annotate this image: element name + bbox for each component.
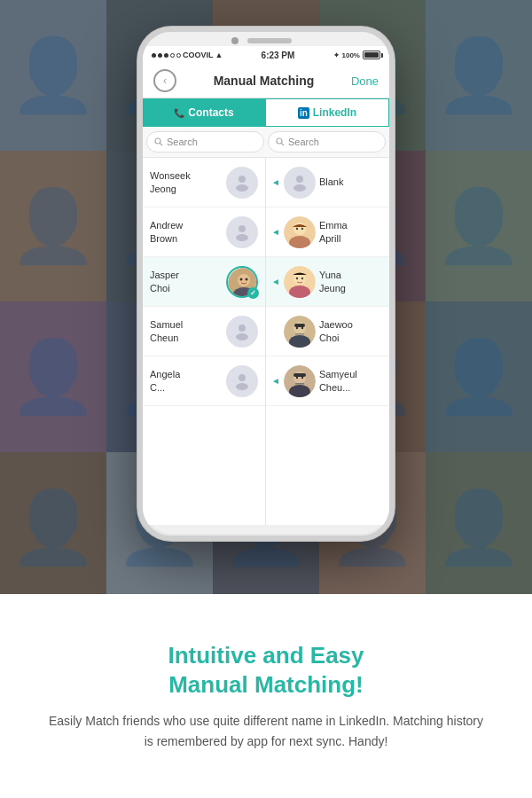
li-name-blank: Blank (319, 176, 344, 188)
svg-point-13 (239, 325, 246, 332)
avatar-angela (226, 365, 258, 397)
search-icon-right (276, 137, 285, 146)
svg-point-11 (240, 278, 243, 280)
contacts-search-box[interactable]: Search (146, 131, 264, 153)
avatar-samuel (226, 316, 258, 348)
search-row: Search Search (143, 127, 389, 158)
tab-contacts[interactable]: 📞 Contacts (143, 98, 265, 127)
li-row-yuna[interactable]: ◄ YunaJeung (266, 257, 389, 307)
contacts-search-placeholder: Search (167, 137, 198, 147)
battery-icon (363, 51, 380, 59)
contacts-column: WonseekJeong AndrewBrown Jasper Choi (143, 158, 266, 525)
contact-row-angela[interactable]: AngelaC... (143, 356, 265, 406)
svg-rect-32 (294, 324, 305, 327)
phone-frame: COOVIL ▲ 6:23 PM ✦ 100% ‹ Manual Matchin… (137, 27, 395, 541)
svg-point-41 (301, 376, 303, 378)
tab-contacts-label: Contacts (188, 106, 233, 119)
phone-top (143, 32, 389, 46)
avatar-jasper-wrapper: ✓ (226, 266, 258, 298)
avatar-samyeul (284, 365, 316, 397)
svg-line-1 (160, 144, 163, 146)
carrier-label: COOVIL (183, 51, 214, 59)
svg-point-7 (236, 234, 248, 241)
contact-row-wonseek[interactable]: WonseekJeong (143, 158, 265, 207)
svg-point-4 (239, 176, 246, 183)
marketing-subtext: Easily Match friends who use quite diffe… (44, 711, 488, 751)
wifi-icon: ▲ (215, 51, 223, 59)
li-row-blank[interactable]: ◄ Blank (266, 158, 389, 207)
nav-title: Manual Matching (214, 74, 315, 88)
contact-row-andrew[interactable]: AndrewBrown (143, 207, 265, 257)
marketing-headline: Intuitive and EasyManual Matching! (168, 641, 364, 699)
status-left: COOVIL ▲ (152, 51, 223, 59)
contact-name-wonseek: WonseekJeong (150, 169, 191, 195)
svg-line-3 (282, 144, 285, 146)
svg-point-23 (301, 227, 303, 229)
svg-point-15 (239, 374, 246, 381)
svg-point-33 (296, 326, 298, 328)
linkedin-icon: in (298, 107, 309, 119)
avatar-blank (284, 167, 316, 199)
li-row-emma[interactable]: ◄ EmmaAprill (266, 207, 389, 257)
contact-row-jasper[interactable]: Jasper Choi (143, 257, 265, 307)
signal-dots (152, 53, 181, 58)
selected-checkmark: ✓ (247, 287, 259, 299)
avatar-wonseek (226, 167, 258, 199)
search-icon-left (154, 137, 163, 146)
contact-name-samuel: SamuelCheun (150, 318, 183, 344)
svg-rect-42 (295, 383, 304, 385)
svg-point-34 (301, 326, 303, 328)
avatar-jaewoo (284, 316, 316, 348)
svg-point-16 (236, 383, 248, 390)
back-button[interactable]: ‹ (153, 69, 176, 92)
status-right: ✦ 100% (333, 51, 380, 59)
tab-linkedin[interactable]: in LinkedIn (265, 98, 389, 127)
svg-point-5 (236, 184, 248, 192)
svg-rect-39 (293, 373, 306, 377)
contact-row-samuel[interactable]: SamuelCheun (143, 307, 265, 356)
match-arrow-yuna: ◄ (271, 277, 280, 286)
linkedin-column: ◄ Blank ◄ (266, 158, 389, 525)
svg-point-17 (296, 176, 303, 183)
li-row-samyeul[interactable]: ◄ SamyeulCheu (266, 356, 389, 406)
done-button[interactable]: Done (351, 74, 379, 88)
svg-point-14 (236, 333, 248, 340)
phone-camera (231, 37, 239, 44)
svg-point-18 (293, 184, 306, 192)
content-area: WonseekJeong AndrewBrown Jasper Choi (143, 158, 389, 525)
phone-mockup: COOVIL ▲ 6:23 PM ✦ 100% ‹ Manual Matchin… (137, 27, 395, 541)
li-name-jaewoo: JaewooChoi (319, 318, 353, 344)
phone-speaker (247, 38, 292, 43)
match-arrow-samyeul: ◄ (271, 376, 280, 386)
contact-name-angela: AngelaC... (150, 368, 180, 394)
avatar-emma (284, 216, 316, 248)
svg-point-12 (246, 278, 248, 280)
li-name-samyeul: SamyeulCheu... (319, 368, 357, 394)
svg-rect-35 (295, 333, 304, 335)
linkedin-search-box[interactable]: Search (268, 131, 386, 153)
tab-bar: 📞 Contacts in LinkedIn (143, 98, 389, 127)
bluetooth-icon: ✦ (333, 51, 340, 59)
match-arrow-emma: ◄ (271, 227, 280, 237)
li-row-jaewoo[interactable]: ◄ JaewooChoi (266, 307, 389, 356)
svg-point-6 (239, 225, 246, 232)
contacts-phone-icon: 📞 (174, 108, 184, 118)
marketing-section: Intuitive and EasyManual Matching! Easil… (0, 594, 532, 798)
svg-point-28 (301, 277, 303, 278)
contact-name-jasper: Jasper Choi (150, 269, 179, 294)
contact-name-andrew: AndrewBrown (150, 219, 183, 245)
match-arrow-blank: ◄ (271, 177, 280, 187)
avatar-yuna (284, 266, 316, 298)
phone-screen: COOVIL ▲ 6:23 PM ✦ 100% ‹ Manual Matchin… (143, 46, 389, 525)
linkedin-search-placeholder: Search (288, 137, 319, 147)
avatar-andrew (226, 216, 258, 248)
svg-point-40 (296, 376, 298, 378)
nav-bar: ‹ Manual Matching Done (143, 64, 389, 98)
svg-point-9 (238, 274, 250, 286)
svg-point-22 (296, 227, 298, 229)
svg-point-0 (155, 138, 160, 144)
li-name-yuna: YunaJeung (319, 269, 346, 294)
battery-percentage: 100% (342, 51, 360, 59)
svg-point-27 (296, 277, 298, 278)
status-time: 6:23 PM (262, 51, 295, 60)
